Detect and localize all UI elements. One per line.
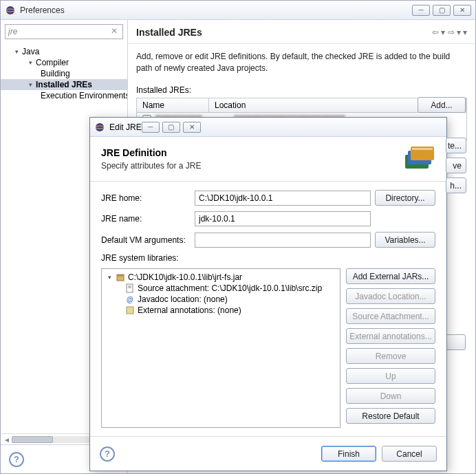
annotations-icon bbox=[125, 305, 135, 315]
clear-filter-icon[interactable]: ✕ bbox=[111, 26, 120, 36]
tree-item-compiler[interactable]: ▾Compiler bbox=[1, 57, 127, 68]
tree-item-java[interactable]: ▾Java bbox=[1, 46, 127, 57]
forward-icon[interactable]: ▾ ⇨ bbox=[441, 28, 454, 37]
dialog-close-button[interactable]: ✕ bbox=[183, 122, 201, 133]
tree-item-exec-env[interactable]: Execution Environments bbox=[1, 90, 127, 101]
maximize-button[interactable]: ▢ bbox=[433, 5, 451, 16]
javadoc-location-button[interactable]: Javadoc Location... bbox=[346, 288, 435, 304]
jre-name-label: JRE name: bbox=[101, 214, 191, 224]
menu-icon[interactable]: ▾ ▾ bbox=[457, 28, 467, 37]
dialog-header: JRE Definition Specify attributes for a … bbox=[90, 137, 446, 182]
svg-point-2 bbox=[96, 123, 104, 131]
dialog-heading: JRE Definition bbox=[101, 147, 401, 158]
remove-button-peek[interactable]: ve bbox=[446, 158, 466, 173]
lib-javadoc-row[interactable]: @ Javadoc location: (none) bbox=[103, 294, 338, 305]
back-icon[interactable]: ⇦ bbox=[432, 28, 439, 37]
javadoc-icon: @ bbox=[125, 294, 135, 304]
page-heading: Installed JREs bbox=[136, 27, 432, 38]
source-icon bbox=[125, 283, 135, 293]
system-libs-label: JRE system libraries: bbox=[101, 253, 435, 263]
library-books-icon bbox=[401, 145, 435, 173]
svg-point-0 bbox=[6, 6, 14, 14]
jre-name-input[interactable] bbox=[195, 211, 371, 226]
add-button[interactable]: Add... bbox=[418, 97, 466, 113]
lib-annotations-row[interactable]: External annotations: (none) bbox=[103, 305, 338, 316]
down-button[interactable]: Down bbox=[346, 388, 435, 404]
cancel-button[interactable]: Cancel bbox=[382, 446, 437, 462]
remove-lib-button[interactable]: Remove bbox=[346, 348, 435, 364]
eclipse-icon bbox=[5, 5, 16, 16]
variables-button[interactable]: Variables... bbox=[375, 232, 435, 248]
directory-button[interactable]: Directory... bbox=[375, 190, 435, 206]
preferences-title: Preferences bbox=[20, 6, 412, 15]
lib-source-row[interactable]: Source attachment: C:\JDK10\jdk-10.0.1\l… bbox=[103, 283, 338, 294]
vm-args-input[interactable] bbox=[195, 233, 371, 248]
up-button[interactable]: Up bbox=[346, 368, 435, 384]
edit-button-peek[interactable]: te... bbox=[446, 138, 466, 153]
dialog-title: Edit JRE bbox=[109, 122, 142, 132]
svg-rect-9 bbox=[117, 274, 124, 277]
vm-args-label: Default VM arguments: bbox=[101, 235, 191, 245]
add-external-jars-button[interactable]: Add External JARs... bbox=[346, 268, 435, 284]
col-name[interactable]: Name bbox=[137, 98, 209, 112]
help-icon[interactable]: ? bbox=[9, 452, 24, 467]
dialog-help-icon[interactable]: ? bbox=[100, 446, 115, 462]
svg-rect-13 bbox=[127, 307, 133, 314]
lib-jar-row[interactable]: ▾ C:\JDK10\jdk-10.0.1\lib\jrt-fs.jar bbox=[103, 272, 338, 283]
jar-icon bbox=[116, 272, 125, 282]
system-libs-tree[interactable]: ▾ C:\JDK10\jdk-10.0.1\lib\jrt-fs.jar Sou… bbox=[101, 268, 340, 428]
external-annotations-button[interactable]: External annotations... bbox=[346, 328, 435, 344]
tree-item-installed-jres[interactable]: ▾Installed JREs bbox=[1, 79, 127, 90]
dialog-titlebar: Edit JRE ─ ▢ ✕ bbox=[90, 118, 446, 137]
preferences-titlebar: Preferences ─ ▢ ✕ bbox=[1, 1, 475, 20]
source-attachment-button[interactable]: Source Attachment... bbox=[346, 308, 435, 324]
restore-default-button[interactable]: Restore Default bbox=[346, 408, 435, 424]
jre-home-label: JRE home: bbox=[101, 193, 191, 203]
eclipse-icon bbox=[94, 122, 105, 133]
edit-jre-dialog: Edit JRE ─ ▢ ✕ JRE Definition Specify at… bbox=[89, 117, 447, 471]
dialog-subheading: Specify attributes for a JRE bbox=[101, 161, 401, 171]
page-description: Add, remove or edit JRE definitions. By … bbox=[128, 44, 475, 81]
dialog-maximize-button[interactable]: ▢ bbox=[162, 122, 180, 133]
tree-item-building[interactable]: Building bbox=[1, 68, 127, 79]
svg-rect-7 bbox=[412, 148, 433, 150]
finish-button[interactable]: Finish bbox=[321, 446, 376, 462]
dialog-minimize-button[interactable]: ─ bbox=[142, 122, 160, 133]
svg-rect-10 bbox=[127, 284, 133, 292]
close-button[interactable]: ✕ bbox=[453, 5, 471, 16]
filter-input[interactable] bbox=[5, 24, 123, 39]
jre-list-label: Installed JREs: bbox=[128, 81, 475, 98]
search-button-peek[interactable]: h... bbox=[446, 177, 466, 193]
jre-home-input[interactable] bbox=[195, 191, 371, 206]
minimize-button[interactable]: ─ bbox=[412, 5, 430, 16]
